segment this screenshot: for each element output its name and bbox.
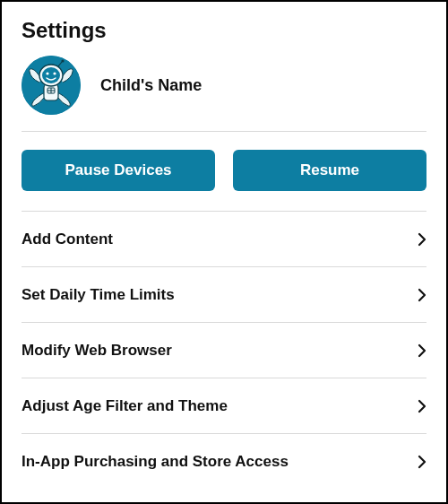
chevron-right-icon xyxy=(418,455,426,469)
svg-point-8 xyxy=(53,72,56,74)
profile-row: Child's Name xyxy=(22,56,426,115)
list-item-label: Add Content xyxy=(22,230,113,248)
list-item-add-content[interactable]: Add Content xyxy=(22,211,426,266)
svg-point-10 xyxy=(61,59,64,62)
chevron-right-icon xyxy=(418,288,426,302)
list-item-label: Modify Web Browser xyxy=(22,342,172,360)
list-item-label: In-App Purchasing and Store Access xyxy=(22,453,289,471)
svg-point-7 xyxy=(46,72,48,74)
chevron-right-icon xyxy=(418,399,426,413)
astronaut-icon xyxy=(22,56,81,115)
resume-button[interactable]: Resume xyxy=(233,150,426,191)
list-item-label: Set Daily Time Limits xyxy=(22,286,175,304)
list-item-time-limits[interactable]: Set Daily Time Limits xyxy=(22,266,426,322)
list-item-web-browser[interactable]: Modify Web Browser xyxy=(22,322,426,378)
list-item-age-filter[interactable]: Adjust Age Filter and Theme xyxy=(22,378,426,433)
profile-name: Child's Name xyxy=(100,76,202,95)
list-item-label: Adjust Age Filter and Theme xyxy=(22,397,228,415)
button-row: Pause Devices Resume xyxy=(22,132,426,211)
settings-panel: Settings xyxy=(0,0,448,504)
page-title: Settings xyxy=(22,18,426,43)
svg-point-6 xyxy=(42,67,60,83)
chevron-right-icon xyxy=(418,343,426,358)
list-item-purchasing[interactable]: In-App Purchasing and Store Access xyxy=(22,433,426,489)
pause-devices-button[interactable]: Pause Devices xyxy=(22,150,215,191)
chevron-right-icon xyxy=(418,232,426,247)
avatar xyxy=(22,56,81,115)
